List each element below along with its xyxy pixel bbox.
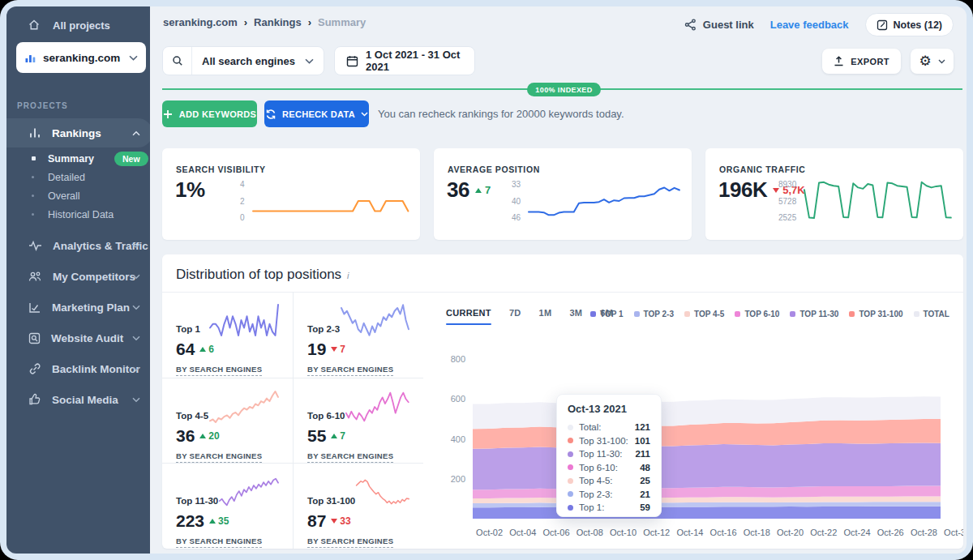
sidebar-item-marketing-plan[interactable]: Marketing Plan (6, 293, 150, 322)
gear-icon: ⚙ (919, 54, 931, 68)
stacked-area-chart (473, 359, 941, 519)
x-tick-label: Oct-22 (810, 528, 837, 537)
export-button[interactable]: EXPORT (822, 49, 901, 74)
sidebar-item-website-audit[interactable]: Website Audit (6, 323, 150, 353)
stat-card-title: SEARCH VISIBILITY (176, 165, 266, 174)
legend-item-top-4-5[interactable]: TOP 4-5 (684, 310, 724, 318)
sidebar-subitem-summary[interactable]: SummaryNew (6, 149, 150, 168)
settings-button[interactable]: ⚙ (911, 49, 954, 74)
sidebar-subitem-historical-data[interactable]: Historical Data (6, 205, 150, 224)
legend-item-top-31-100[interactable]: TOP 31-100 (849, 310, 902, 318)
add-keywords-button[interactable]: ADD KEYWORDS (162, 100, 257, 127)
tab-1m[interactable]: 1M (539, 308, 552, 325)
export-icon (834, 56, 844, 66)
by-search-engines-link[interactable]: BY SEARCH ENGINES (176, 451, 262, 463)
tooltip-series-label: Total: (579, 422, 602, 432)
area-band-top-11-30 (473, 442, 941, 489)
sidebar-subitem-overall[interactable]: Overall (6, 186, 150, 205)
sidebar-item-backlink-monitor[interactable]: Backlink Monitor (6, 354, 150, 383)
by-search-engines-link[interactable]: BY SEARCH ENGINES (307, 451, 393, 463)
all-projects-link[interactable]: All projects (28, 19, 110, 32)
sidebar-subitem-detailed[interactable]: Detailed (6, 168, 150, 186)
minicard-value-row: 3620 (176, 426, 280, 446)
legend-item-total[interactable]: TOTAL (914, 310, 949, 318)
legend-label: TOTAL (924, 310, 949, 318)
sidebar-item-rankings[interactable]: Rankings (6, 118, 150, 147)
legend-item-top-6-10[interactable]: TOP 6-10 (735, 310, 779, 318)
by-search-engines-link[interactable]: BY SEARCH ENGINES (307, 536, 393, 548)
leave-feedback-link[interactable]: Leave feedback (770, 19, 849, 31)
recheck-data-button[interactable]: RECHECK DATA (264, 100, 369, 127)
notes-button[interactable]: Notes (12) (865, 13, 954, 36)
by-search-engines-link[interactable]: BY SEARCH ENGINES (307, 365, 393, 376)
tooltip-series-dot (568, 478, 573, 484)
sidebar-item-analytics-traffic[interactable]: Analytics & Traffic (6, 231, 150, 260)
stat-card-title: AVERAGE POSITION (448, 165, 540, 174)
minicard-top-31-100[interactable]: Top 31-1008733BY SEARCH ENGINES (293, 463, 423, 549)
minicard-top-1[interactable]: Top 1646BY SEARCH ENGINES (162, 292, 293, 378)
tooltip-series-dot (568, 425, 573, 430)
share-icon (684, 19, 697, 31)
sidebar-item-label: Website Audit (51, 332, 123, 344)
x-tick-label: Oct-10 (610, 528, 637, 537)
project-selector[interactable]: seranking.com (16, 42, 146, 73)
minicard-label: Top 6-10 (307, 411, 345, 424)
breadcrumb-item[interactable]: seranking.com (163, 16, 238, 28)
competitors-icon (28, 271, 42, 282)
guest-link-button[interactable]: Guest link (684, 19, 754, 31)
tooltip-series-dot (568, 464, 573, 470)
minicard-value-row: 22335 (176, 511, 280, 531)
app-frame: All projects seranking.com PROJECTS Rank… (0, 0, 973, 560)
minicard-top-6-10[interactable]: Top 6-10557BY SEARCH ENGINES (293, 378, 423, 464)
sidebar-item-label: My Competitors (53, 271, 135, 283)
notes-label: Notes (12) (894, 19, 942, 31)
stat-card-chart-ticks: 334046 (512, 179, 521, 223)
minicard-top-4-5[interactable]: Top 4-53620BY SEARCH ENGINES (162, 378, 293, 464)
minicard-header: Top 4-5 (176, 390, 280, 424)
tab-7d[interactable]: 7D (509, 308, 521, 325)
by-search-engines-link[interactable]: BY SEARCH ENGINES (176, 536, 262, 548)
note-edit-icon (877, 19, 888, 31)
minicard-header: Top 2-3 (307, 303, 410, 337)
tooltip-row-top-31-100-: Top 31-100:101 (568, 434, 650, 448)
tooltip-row-top-11-30-: Top 11-30:211 (568, 447, 650, 461)
legend-item-top-2-3[interactable]: TOP 2-3 (634, 310, 674, 318)
minicard-value: 36 (176, 426, 195, 446)
minicard-value-row: 197 (307, 340, 410, 359)
recheck-note: You can recheck rankings for 20000 keywo… (378, 108, 624, 120)
stat-card-value: 36 (447, 177, 469, 203)
tab-current[interactable]: CURRENT (446, 308, 491, 325)
indexed-badge: 100% INDEXED (527, 83, 601, 96)
chevron-down-icon (361, 112, 368, 117)
y-tick-label: 33 (512, 180, 521, 189)
guest-link-label: Guest link (703, 19, 754, 31)
tooltip-row-total-: Total:121 (568, 421, 650, 434)
tab-3m[interactable]: 3M (569, 308, 582, 325)
sidebar-subitem-label: Summary (48, 153, 94, 165)
tooltip-series-value: 21 (640, 489, 650, 499)
minicard-delta: 20 (199, 430, 219, 442)
legend-item-top-1[interactable]: TOP 1 (590, 310, 624, 318)
minicard-header: Top 1 (176, 303, 280, 337)
info-icon[interactable]: i (347, 271, 349, 280)
y-tick-label: 4 (240, 180, 245, 189)
date-range-picker[interactable]: 1 Oct 2021 - 31 Oct 2021 (334, 46, 475, 75)
stat-card-title: ORGANIC TRAFFIC (719, 165, 805, 174)
search-engine-select[interactable]: All search engines (162, 46, 324, 75)
distribution-title: Distribution of top positionsi (176, 267, 349, 283)
legend-item-top-11-30[interactable]: TOP 11-30 (790, 310, 838, 318)
marketing-icon (28, 301, 41, 314)
minicard-delta-value: 20 (208, 430, 219, 442)
by-search-engines-link[interactable]: BY SEARCH ENGINES (176, 365, 262, 376)
breadcrumb-item[interactable]: Rankings (254, 16, 302, 28)
x-tick-label: Oct-06 (542, 528, 569, 537)
minicard-delta: 6 (199, 344, 214, 355)
sidebar-item-label: Backlink Monitor (52, 363, 140, 375)
minicard-top-2-3[interactable]: Top 2-3197BY SEARCH ENGINES (293, 292, 423, 378)
legend-swatch (634, 311, 640, 317)
breadcrumb: seranking.com›Rankings›Summary (163, 16, 366, 28)
y-tick-label: 600 (438, 394, 465, 404)
minicard-top-11-30[interactable]: Top 11-3022335BY SEARCH ENGINES (162, 463, 293, 549)
sidebar-item-my-competitors[interactable]: My Competitors (6, 262, 150, 291)
sidebar-item-social-media[interactable]: Social Media (6, 385, 150, 414)
